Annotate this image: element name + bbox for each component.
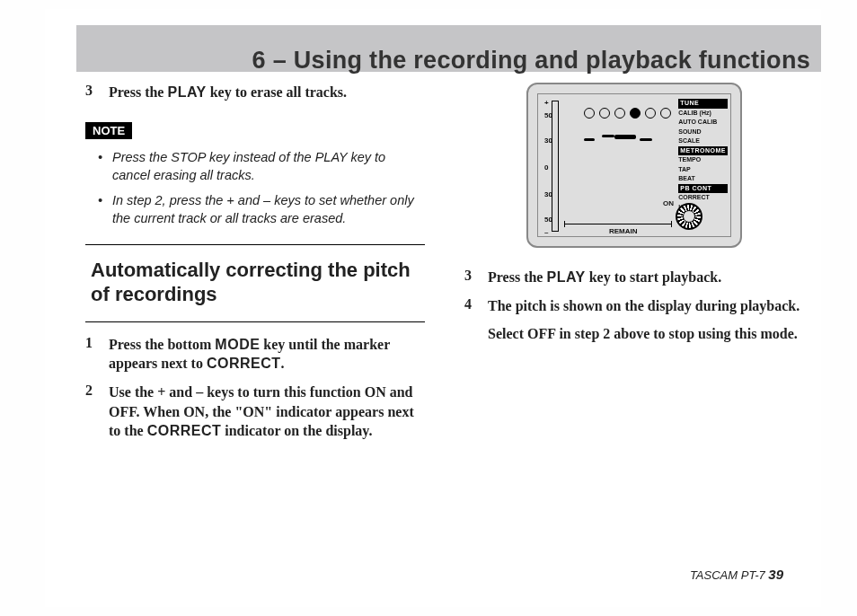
text: key to erase all tracks.	[207, 84, 347, 100]
step-3-erase: 3 Press the PLAY key to erase all tracks…	[85, 83, 425, 102]
text: indicator on the display.	[221, 423, 372, 438]
lcd-correct: CORRECT	[678, 193, 728, 203]
note-list: Press the STOP key instead of the PLAY k…	[85, 148, 425, 228]
correct-label: CORRECT	[207, 356, 281, 371]
lcd-timeline	[564, 224, 672, 224]
section-heading: Automatically correcting the pitch of re…	[91, 258, 425, 307]
step-body: Press the PLAY key to start playback.	[488, 268, 721, 287]
lcd-calib: CALIB (Hz)	[678, 109, 728, 119]
lcd-pbcont-header: PB CONT	[678, 184, 728, 194]
lcd-on-indicator: ON	[663, 199, 674, 207]
text: .	[281, 356, 285, 371]
play-key-label: PLAY	[167, 84, 206, 100]
lcd-tempo: TEMPO	[678, 155, 728, 165]
lcd-display-illustration: + 50 30 0 30 50 –	[526, 83, 742, 248]
lcd-top-icons	[584, 108, 671, 119]
footer-model: TASCAM PT-7	[690, 568, 768, 582]
circle-icon	[660, 108, 671, 119]
lcd-jog-dial-icon	[676, 203, 702, 230]
step-body: Press the bottom MODE key until the mark…	[109, 335, 425, 374]
note-badge: NOTE	[85, 122, 132, 139]
meter-0: 0	[544, 163, 548, 172]
step-number: 1	[85, 335, 98, 374]
step-number: 2	[85, 383, 98, 441]
text: Press the	[488, 269, 546, 285]
lcd-metronome-header: METRONOME	[678, 146, 728, 156]
circle-icon	[614, 108, 625, 119]
lcd-wave-indicator	[584, 131, 661, 144]
footer-page-number: 39	[768, 567, 783, 582]
lcd-scale: SCALE	[678, 136, 728, 146]
note-item: Press the STOP key instead of the PLAY k…	[98, 148, 425, 185]
sub-paragraph: Select OFF in step 2 above to stop using…	[488, 324, 804, 344]
step-body: Use the + and – keys to turn this functi…	[109, 383, 425, 441]
lcd-remain-label: REMAIN	[609, 227, 638, 235]
meter-plus: +	[544, 99, 549, 107]
lcd-beat: BEAT	[678, 174, 728, 184]
meter-bar	[552, 101, 559, 232]
note-item: In step 2, press the + and – keys to set…	[98, 191, 425, 228]
lcd-tap: TAP	[678, 165, 728, 175]
left-column: 3 Press the PLAY key to erase all tracks…	[85, 83, 425, 450]
step-body: The pitch is shown on the display during…	[488, 296, 800, 316]
lcd-sound: SOUND	[678, 128, 728, 137]
chapter-header-band: 6 – Using the recording and playback fun…	[76, 25, 821, 72]
lcd-tune-header: TUNE	[678, 99, 728, 109]
text: key to start playback.	[586, 269, 722, 285]
step-number: 4	[464, 296, 477, 316]
text: Press the	[109, 84, 167, 100]
step-2-toggle: 2 Use the + and – keys to turn this func…	[85, 383, 425, 441]
meter-minus: –	[544, 228, 548, 236]
text: Press the bottom	[109, 337, 215, 352]
section-heading-box: Automatically correcting the pitch of re…	[85, 244, 425, 322]
lcd-autocalib: AUTO CALIB	[678, 118, 728, 128]
mode-key-label: MODE	[215, 337, 260, 352]
right-column: + 50 30 0 30 50 –	[464, 83, 804, 450]
circle-icon	[584, 108, 595, 119]
step-4-pitch: 4 The pitch is shown on the display duri…	[464, 296, 804, 316]
play-key-label: PLAY	[546, 269, 585, 285]
step-3-play: 3 Press the PLAY key to start playback.	[464, 268, 804, 287]
circle-icon	[599, 108, 610, 119]
step-1-mode: 1 Press the bottom MODE key until the ma…	[85, 335, 425, 374]
step-body: Press the PLAY key to erase all tracks.	[109, 83, 347, 102]
circle-filled-icon	[630, 108, 641, 119]
step-number: 3	[85, 83, 98, 102]
step-number: 3	[464, 268, 477, 287]
page-footer: TASCAM PT-7 39	[690, 567, 783, 582]
correct-label: CORRECT	[147, 423, 222, 438]
circle-icon	[645, 108, 656, 119]
chapter-title: 6 – Using the recording and playback fun…	[252, 47, 810, 75]
